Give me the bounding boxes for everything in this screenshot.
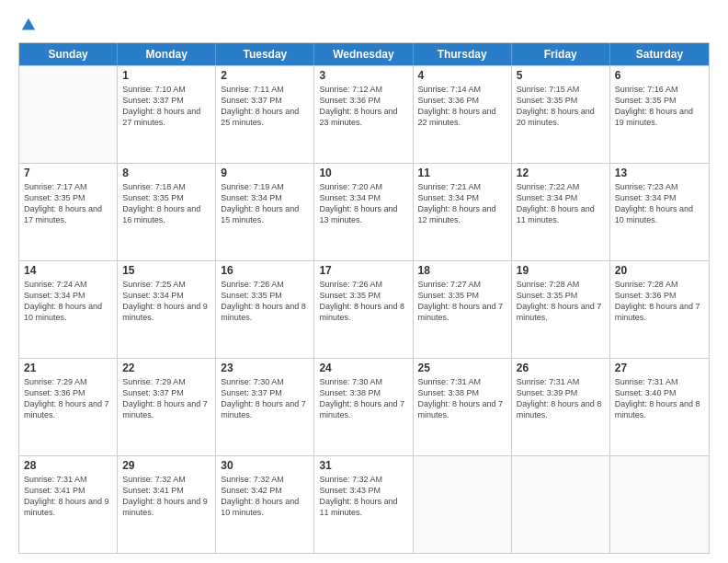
cell-day-number: 29: [122, 459, 210, 472]
svg-marker-0: [22, 18, 35, 30]
calendar-cell: 31Sunrise: 7:32 AM Sunset: 3:43 PM Dayli…: [314, 456, 413, 553]
cell-info: Sunrise: 7:16 AM Sunset: 3:35 PM Dayligh…: [615, 84, 704, 129]
cell-info: Sunrise: 7:30 AM Sunset: 3:38 PM Dayligh…: [319, 376, 407, 421]
calendar-cell: 21Sunrise: 7:29 AM Sunset: 3:36 PM Dayli…: [19, 359, 118, 455]
calendar-cell: 15Sunrise: 7:25 AM Sunset: 3:34 PM Dayli…: [118, 261, 216, 358]
cell-day-number: 14: [24, 264, 112, 277]
calendar-row-2: 14Sunrise: 7:24 AM Sunset: 3:34 PM Dayli…: [19, 260, 709, 358]
calendar-cell: 4Sunrise: 7:14 AM Sunset: 3:36 PM Daylig…: [414, 66, 512, 163]
calendar-cell: 10Sunrise: 7:20 AM Sunset: 3:34 PM Dayli…: [314, 164, 413, 260]
cell-info: Sunrise: 7:27 AM Sunset: 3:35 PM Dayligh…: [418, 279, 506, 324]
logo: [18, 17, 37, 33]
calendar-cell: 14Sunrise: 7:24 AM Sunset: 3:34 PM Dayli…: [19, 261, 118, 358]
calendar-cell: 11Sunrise: 7:21 AM Sunset: 3:34 PM Dayli…: [414, 164, 512, 260]
cell-day-number: 4: [418, 69, 506, 82]
calendar-cell: 26Sunrise: 7:31 AM Sunset: 3:39 PM Dayli…: [512, 359, 610, 455]
cell-info: Sunrise: 7:15 AM Sunset: 3:35 PM Dayligh…: [517, 84, 605, 129]
cell-day-number: 31: [319, 459, 407, 472]
cell-day-number: 12: [517, 167, 605, 179]
calendar-cell: 7Sunrise: 7:17 AM Sunset: 3:35 PM Daylig…: [19, 164, 118, 260]
cell-info: Sunrise: 7:31 AM Sunset: 3:38 PM Dayligh…: [418, 376, 506, 421]
calendar-cell: 19Sunrise: 7:28 AM Sunset: 3:35 PM Dayli…: [512, 261, 610, 358]
cell-info: Sunrise: 7:26 AM Sunset: 3:35 PM Dayligh…: [319, 279, 407, 324]
cell-day-number: 21: [24, 362, 112, 374]
calendar-cell: [19, 66, 118, 163]
cell-day-number: 24: [319, 362, 407, 374]
calendar-cell: 5Sunrise: 7:15 AM Sunset: 3:35 PM Daylig…: [512, 66, 610, 163]
cell-info: Sunrise: 7:32 AM Sunset: 3:41 PM Dayligh…: [122, 474, 210, 519]
cell-day-number: 22: [122, 362, 210, 374]
cell-day-number: 9: [221, 167, 309, 179]
cell-info: Sunrise: 7:25 AM Sunset: 3:34 PM Dayligh…: [122, 279, 210, 324]
cell-day-number: 15: [122, 264, 210, 277]
cell-day-number: 1: [122, 69, 210, 82]
calendar-cell: [512, 456, 610, 553]
cell-info: Sunrise: 7:20 AM Sunset: 3:34 PM Dayligh…: [319, 181, 407, 226]
cell-info: Sunrise: 7:31 AM Sunset: 3:40 PM Dayligh…: [615, 376, 704, 421]
calendar-cell: 2Sunrise: 7:11 AM Sunset: 3:37 PM Daylig…: [216, 66, 314, 163]
calendar-cell: 16Sunrise: 7:26 AM Sunset: 3:35 PM Dayli…: [216, 261, 314, 358]
calendar-cell: 9Sunrise: 7:19 AM Sunset: 3:34 PM Daylig…: [216, 164, 314, 260]
cell-day-number: 17: [319, 264, 407, 277]
cell-day-number: 30: [221, 459, 309, 472]
cell-day-number: 3: [319, 69, 407, 82]
cell-info: Sunrise: 7:26 AM Sunset: 3:35 PM Dayligh…: [221, 279, 309, 324]
calendar-row-1: 7Sunrise: 7:17 AM Sunset: 3:35 PM Daylig…: [19, 163, 709, 260]
logo-icon: [20, 17, 37, 33]
calendar-cell: 1Sunrise: 7:10 AM Sunset: 3:37 PM Daylig…: [118, 66, 216, 163]
calendar-header: SundayMondayTuesdayWednesdayThursdayFrid…: [19, 43, 709, 65]
header: [18, 17, 710, 33]
cell-info: Sunrise: 7:10 AM Sunset: 3:37 PM Dayligh…: [122, 84, 210, 129]
calendar-cell: 18Sunrise: 7:27 AM Sunset: 3:35 PM Dayli…: [414, 261, 512, 358]
cell-day-number: 10: [319, 167, 407, 179]
cell-day-number: 18: [418, 264, 506, 277]
cell-info: Sunrise: 7:28 AM Sunset: 3:35 PM Dayligh…: [517, 279, 605, 324]
cell-day-number: 23: [221, 362, 309, 374]
header-day-wednesday: Wednesday: [314, 43, 413, 65]
cell-day-number: 8: [122, 167, 210, 179]
cell-day-number: 19: [517, 264, 605, 277]
cell-day-number: 5: [517, 69, 605, 82]
calendar-cell: 25Sunrise: 7:31 AM Sunset: 3:38 PM Dayli…: [414, 359, 512, 455]
calendar-cell: 24Sunrise: 7:30 AM Sunset: 3:38 PM Dayli…: [314, 359, 413, 455]
calendar-row-0: 1Sunrise: 7:10 AM Sunset: 3:37 PM Daylig…: [19, 65, 709, 163]
page: SundayMondayTuesdayWednesdayThursdayFrid…: [0, 0, 728, 563]
header-day-thursday: Thursday: [414, 43, 512, 65]
calendar-cell: 29Sunrise: 7:32 AM Sunset: 3:41 PM Dayli…: [118, 456, 216, 553]
cell-day-number: 26: [517, 362, 605, 374]
cell-day-number: 11: [418, 167, 506, 179]
calendar-body: 1Sunrise: 7:10 AM Sunset: 3:37 PM Daylig…: [19, 65, 709, 553]
cell-info: Sunrise: 7:23 AM Sunset: 3:34 PM Dayligh…: [615, 181, 704, 226]
calendar-cell: 20Sunrise: 7:28 AM Sunset: 3:36 PM Dayli…: [610, 261, 709, 358]
calendar-cell: 3Sunrise: 7:12 AM Sunset: 3:36 PM Daylig…: [314, 66, 413, 163]
cell-info: Sunrise: 7:22 AM Sunset: 3:34 PM Dayligh…: [517, 181, 605, 226]
cell-day-number: 2: [221, 69, 309, 82]
calendar-row-4: 28Sunrise: 7:31 AM Sunset: 3:41 PM Dayli…: [19, 455, 709, 553]
calendar-cell: 22Sunrise: 7:29 AM Sunset: 3:37 PM Dayli…: [118, 359, 216, 455]
header-day-saturday: Saturday: [610, 43, 709, 65]
cell-info: Sunrise: 7:12 AM Sunset: 3:36 PM Dayligh…: [319, 84, 407, 129]
cell-info: Sunrise: 7:31 AM Sunset: 3:39 PM Dayligh…: [517, 376, 605, 421]
calendar-cell: 27Sunrise: 7:31 AM Sunset: 3:40 PM Dayli…: [610, 359, 709, 455]
header-day-sunday: Sunday: [19, 43, 118, 65]
calendar: SundayMondayTuesdayWednesdayThursdayFrid…: [18, 42, 710, 554]
cell-info: Sunrise: 7:32 AM Sunset: 3:43 PM Dayligh…: [319, 474, 407, 519]
cell-day-number: 20: [615, 264, 704, 277]
calendar-cell: [610, 456, 709, 553]
header-day-monday: Monday: [118, 43, 216, 65]
calendar-cell: 12Sunrise: 7:22 AM Sunset: 3:34 PM Dayli…: [512, 164, 610, 260]
cell-day-number: 25: [418, 362, 506, 374]
calendar-cell: 8Sunrise: 7:18 AM Sunset: 3:35 PM Daylig…: [118, 164, 216, 260]
calendar-row-3: 21Sunrise: 7:29 AM Sunset: 3:36 PM Dayli…: [19, 358, 709, 455]
cell-info: Sunrise: 7:21 AM Sunset: 3:34 PM Dayligh…: [418, 181, 506, 226]
cell-info: Sunrise: 7:31 AM Sunset: 3:41 PM Dayligh…: [24, 474, 112, 519]
header-day-friday: Friday: [512, 43, 610, 65]
cell-day-number: 6: [615, 69, 704, 82]
header-day-tuesday: Tuesday: [216, 43, 314, 65]
cell-info: Sunrise: 7:17 AM Sunset: 3:35 PM Dayligh…: [24, 181, 112, 226]
cell-info: Sunrise: 7:29 AM Sunset: 3:36 PM Dayligh…: [24, 376, 112, 421]
cell-info: Sunrise: 7:28 AM Sunset: 3:36 PM Dayligh…: [615, 279, 704, 324]
calendar-cell: 23Sunrise: 7:30 AM Sunset: 3:37 PM Dayli…: [216, 359, 314, 455]
cell-info: Sunrise: 7:24 AM Sunset: 3:34 PM Dayligh…: [24, 279, 112, 324]
cell-info: Sunrise: 7:11 AM Sunset: 3:37 PM Dayligh…: [221, 84, 309, 129]
